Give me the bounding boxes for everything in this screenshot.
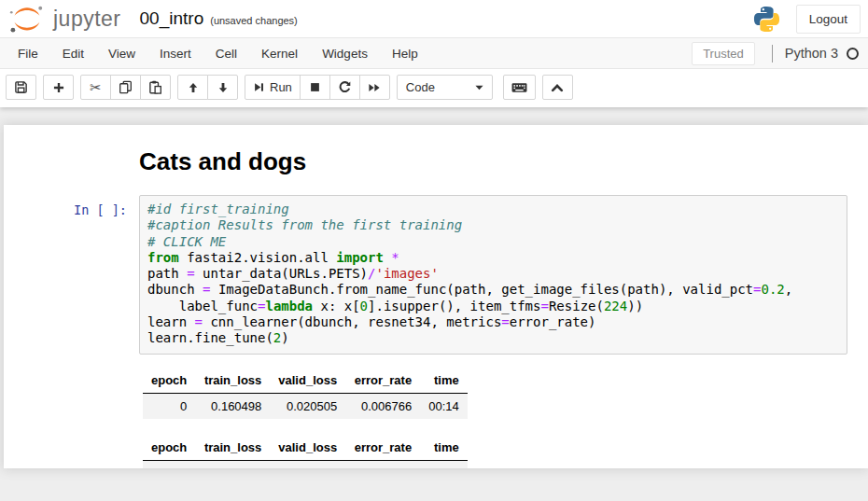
menu-list: FileEditViewInsertCellKernelWidgetsHelp: [6, 39, 430, 68]
step-forward-icon: [253, 81, 265, 93]
collapse-toolbar-button[interactable]: [542, 75, 573, 100]
table-row: 00.1604980.0205050.00676600:14: [143, 393, 468, 419]
command-palette-button[interactable]: [503, 75, 536, 100]
table-header-row: epochtrain_lossvalid_losserror_ratetime: [143, 368, 468, 394]
table-cell: 0: [143, 393, 195, 419]
table-cell: 0.007442: [345, 460, 420, 468]
move-cell-down-button[interactable]: [207, 75, 238, 100]
output-table: epochtrain_lossvalid_losserror_ratetime0…: [143, 435, 468, 468]
table-row: 00.0927040.0179200.00744200:18: [143, 460, 468, 468]
column-header: valid_loss: [270, 368, 345, 394]
column-header: train_loss: [195, 435, 270, 461]
restart-run-all-button[interactable]: [359, 75, 390, 100]
code-editor[interactable]: #id first_training#caption Results from …: [139, 195, 847, 355]
output-table: epochtrain_lossvalid_losserror_ratetime0…: [143, 368, 468, 419]
caret-down-icon: [475, 85, 483, 90]
notebook-site: Cats and dogs In [ ]: #id first_training…: [0, 107, 868, 468]
notebook-container: Cats and dogs In [ ]: #id first_training…: [4, 125, 868, 468]
fast-forward-icon: [368, 81, 381, 94]
copy-icon: [119, 80, 133, 94]
table-cell: 00:18: [420, 460, 468, 468]
menu-item-view[interactable]: View: [96, 39, 147, 68]
paste-icon: [148, 80, 162, 94]
keyboard-icon: [511, 80, 527, 94]
column-header: time: [420, 368, 468, 394]
paste-cell-button[interactable]: [140, 75, 171, 100]
code-line: from fastai2.vision.all import *: [147, 250, 839, 266]
menu-item-kernel[interactable]: Kernel: [249, 39, 310, 68]
plus-icon: [52, 81, 65, 94]
code-line: learn.fine_tune(2): [147, 330, 839, 346]
run-cell-button[interactable]: Run: [245, 75, 301, 100]
table-cell: 0.020505: [270, 393, 345, 419]
column-header: epoch: [143, 435, 195, 461]
table-cell: 0.160498: [195, 393, 270, 419]
markdown-prompt-spacer: [4, 138, 139, 195]
column-header: time: [420, 435, 468, 461]
scissors-icon: ✂: [90, 80, 102, 94]
code-cell[interactable]: In [ ]: #id first_training#caption Resul…: [4, 195, 868, 355]
menu-item-insert[interactable]: Insert: [147, 39, 203, 68]
python-logo-icon: [752, 5, 781, 34]
code-line: #id first_training: [147, 202, 839, 217]
run-button-label: Run: [270, 80, 292, 94]
toolbar: ✂: [0, 69, 868, 107]
code-line: path = untar_data(URLs.PETS)/'images': [147, 266, 839, 282]
table-cell: 0.017920: [270, 460, 345, 468]
column-header: error_rate: [345, 435, 420, 461]
logo-text: jupyter: [53, 7, 121, 32]
notebook-title[interactable]: 00_intro: [140, 8, 204, 29]
save-icon: [14, 80, 28, 94]
column-header: train_loss: [195, 368, 270, 394]
menu-item-cell[interactable]: Cell: [203, 39, 249, 68]
checkpoint-status: (unsaved changes): [210, 15, 298, 26]
kernel-name: Python 3: [785, 46, 838, 61]
menu-item-file[interactable]: File: [6, 39, 50, 68]
code-line: #caption Results from the first training: [147, 217, 839, 233]
menubar: FileEditViewInsertCellKernelWidgetsHelp …: [0, 37, 868, 69]
table-cell: 0.092704: [195, 460, 270, 468]
cell-type-value: Code: [406, 80, 435, 94]
code-line: # CLICK ME: [147, 234, 839, 250]
table-cell: 0.006766: [345, 393, 420, 419]
output-cell: epochtrain_lossvalid_losserror_ratetime0…: [4, 366, 868, 468]
header-right: Logout: [752, 5, 862, 34]
table-header-row: epochtrain_lossvalid_losserror_ratetime: [143, 435, 468, 461]
markdown-heading: Cats and dogs: [139, 147, 847, 176]
cut-cell-button[interactable]: ✂: [80, 75, 111, 100]
menu-item-edit[interactable]: Edit: [50, 39, 96, 68]
column-header: valid_loss: [270, 435, 345, 461]
notebook-title-wrap: 00_intro (unsaved changes): [140, 8, 298, 29]
table-cell: 00:14: [420, 393, 468, 419]
save-button[interactable]: [6, 75, 36, 100]
header: jupyter 00_intro (unsaved changes) Logou…: [0, 0, 868, 37]
output-prompt-spacer: [4, 366, 139, 468]
interrupt-kernel-button[interactable]: [300, 75, 330, 100]
arrow-down-icon: [217, 81, 230, 94]
menu-item-help[interactable]: Help: [380, 39, 430, 68]
code-line: learn = cnn_learner(dbunch, resnet34, me…: [147, 314, 839, 330]
chevron-up-icon: [551, 82, 564, 93]
menu-item-widgets[interactable]: Widgets: [310, 39, 380, 68]
cell-type-dropdown[interactable]: Code: [397, 75, 493, 100]
arrow-up-icon: [187, 81, 200, 94]
stop-icon: [309, 81, 321, 93]
code-line: label_func=lambda x: x[0].isupper(), ite…: [147, 299, 839, 314]
refresh-icon: [338, 80, 352, 94]
column-header: error_rate: [345, 368, 420, 394]
jupyter-logo[interactable]: jupyter: [7, 5, 121, 34]
move-cell-up-button[interactable]: [177, 75, 208, 100]
jupyter-logo-icon: [7, 5, 49, 34]
restart-kernel-button[interactable]: [329, 75, 360, 100]
code-line: dbunch = ImageDataBunch.from_name_func(p…: [147, 282, 839, 298]
column-header: epoch: [143, 368, 195, 394]
menubar-right: Trusted Python 3: [692, 42, 859, 65]
copy-cell-button[interactable]: [110, 75, 141, 100]
kernel-divider: [772, 45, 773, 63]
table-cell: 0: [143, 460, 195, 468]
markdown-cell[interactable]: Cats and dogs: [4, 138, 868, 195]
input-prompt: In [ ]:: [4, 195, 139, 355]
logout-button[interactable]: Logout: [796, 5, 861, 34]
insert-cell-below-button[interactable]: [43, 75, 74, 100]
top-panel: jupyter 00_intro (unsaved changes) Logou…: [0, 0, 868, 107]
